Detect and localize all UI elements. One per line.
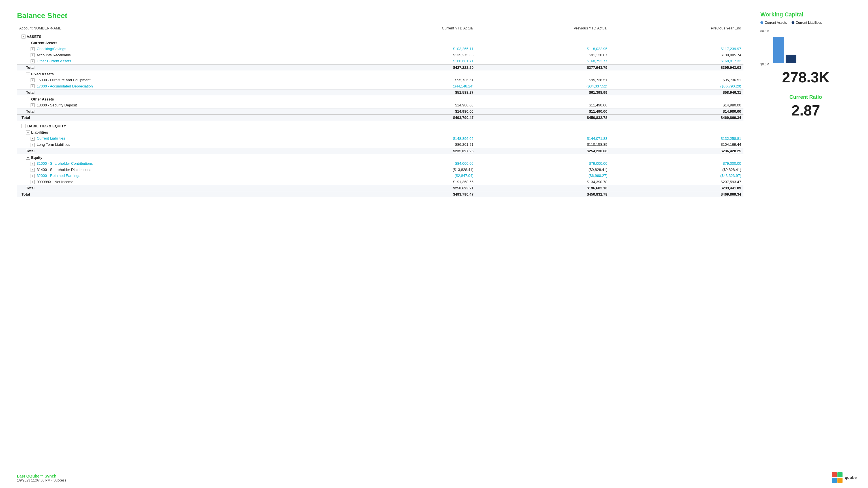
page-title: Balance Sheet [17,11,743,20]
liabilities-equity-collapse[interactable]: − LIABILITIES & EQUITY [22,124,66,128]
sd2-col2: ($9,828.41) [476,167,610,173]
expand-icon[interactable]: + [31,103,35,107]
col-account: Account NUMBER•NAME [17,25,342,32]
working-capital-panel: Working Capital Current Assets Current L… [761,11,851,477]
expand-icon[interactable]: + [31,53,35,57]
collapse-icon-oa[interactable]: − [26,97,30,101]
footer: Last QQube™ Synch 1/9/2023 11:07:36 PM -… [17,474,66,482]
legend-current-assets: Current Assets [761,21,787,25]
liabilities-equity-header-row: − LIABILITIES & EQUITY [17,121,743,129]
oca-col1: $188,681.71 [342,58,476,64]
checking-savings-link[interactable]: Checking/Savings [37,47,66,51]
shareholder-contributions-link[interactable]: 31000 · Shareholder Contributions [37,161,93,165]
table-row: + 32000 · Retained Earnings ($2,847.04) … [17,173,743,179]
li-total-col3: $236,428.25 [721,149,741,153]
assets-header-row: − ASSETS [17,32,743,39]
total-label: Total [26,186,35,190]
other-assets-label: Other Assets [31,97,54,101]
sc-col3: $79,000.00 [610,160,743,167]
cl-col2: $144,071.83 [476,135,610,142]
legend-ca-label: Current Assets [765,21,787,25]
qqube-logo: qqube [831,471,857,484]
legend-dot-cl [792,21,795,24]
equity-collapse[interactable]: − Equity [26,155,42,160]
assets-total-col2: $450,832.78 [587,116,607,120]
expand-icon[interactable]: + [31,79,35,82]
ar-col3: $109,885.74 [610,52,743,58]
table-row: + 17000 · Accumulated Depreciation ($44,… [17,83,743,89]
liabilities-label: Liabilities [31,130,48,134]
liabilities-equity-label: LIABILITIES & EQUITY [27,124,66,128]
oa-total-col3: $14,980.00 [723,109,741,114]
collapse-icon[interactable]: − [22,34,26,38]
svg-rect-2 [832,478,837,483]
collapse-icon-eq[interactable]: − [26,156,30,160]
expand-icon[interactable]: + [31,47,35,51]
ad-col3: ($36,790.20) [610,83,743,89]
fe-col2: $95,736.51 [476,77,610,83]
liabilities-collapse[interactable]: − Liabilities [26,130,48,134]
collapse-icon-li[interactable]: − [26,130,30,134]
current-ratio-title: Current Ratio [761,94,851,100]
bar-current-assets [773,37,784,63]
sync-detail: 1/9/2023 11:07:36 PM - Success [17,478,66,482]
fixed-assets-header-row: − Fixed Assets [17,70,743,77]
total-label: Total [26,90,35,95]
total-label: Total [22,192,30,196]
assets-grand-total-row: Total $493,790.47 $450,832.78 $469,869.3… [17,115,743,121]
eq-total-col3: $233,441.09 [721,186,741,190]
table-row: + Checking/Savings $103,265.11 $118,022.… [17,46,743,52]
current-liabilities-link[interactable]: Current Liabilities [37,136,65,141]
checking-col3: $117,239.97 [610,46,743,52]
sd-col2: $11,490.00 [476,102,610,109]
ca-total-col1: $427,222.20 [453,65,473,70]
col-previous-year: Previous Year End [610,25,743,32]
total-label: Total [22,116,30,120]
collapse-icon-le[interactable]: − [22,124,26,128]
accum-depreciation-link[interactable]: 17000 · Accumulated Depreciation [37,84,93,88]
expand-icon[interactable]: + [31,143,35,147]
le-grand-total-row: Total $493,790.47 $450,832.78 $469,869.3… [17,191,743,197]
re-col1: ($2,847.04) [342,173,476,179]
fa-total-col3: $58,946.31 [723,90,741,95]
current-assets-collapse[interactable]: − Current Assets [26,41,58,45]
qqube-cube-icon [831,471,843,484]
assets-label: ASSETS [27,34,41,39]
expand-icon[interactable]: + [31,59,35,63]
retained-earnings-link[interactable]: 32000 · Retained Earnings [37,174,81,178]
other-current-assets-link[interactable]: Other Current Assets [37,59,71,63]
other-assets-collapse[interactable]: − Other Assets [26,97,54,101]
li-total-col2: $254,230.68 [587,149,607,153]
ltl-col1: $86,201.21 [342,142,476,148]
collapse-icon-fa[interactable]: − [26,72,30,76]
chart-y-bottom: $0.0M [761,63,769,66]
expand-icon[interactable]: + [31,180,35,184]
expand-icon[interactable]: + [31,84,35,88]
accounts-receivable-link: Accounts Receivable [36,53,71,57]
eq-total-col1: $258,693.21 [453,186,473,190]
eq-total-col2: $196,602.10 [587,186,607,190]
net-income-link: 999999X · Net Income [37,180,73,184]
collapse-icon-ca[interactable]: − [26,41,30,45]
ad-col1: ($44,148.24) [342,83,476,89]
qqube-label: qqube [845,475,857,480]
shareholder-distributions-link: 31400 · Shareholder Distributions [37,167,91,172]
legend-cl-label: Current Liabilities [796,21,822,25]
ar-col2: $91,128.07 [476,52,610,58]
sd2-col3: ($9,828.41) [610,167,743,173]
furniture-equipment-link: 15000 · Furniture and Equipment [37,78,91,82]
ni-col2: $134,390.78 [476,179,610,185]
expand-icon[interactable]: + [31,162,35,166]
checking-col2: $118,022.95 [476,46,610,52]
le-total-col1: $493,790.47 [453,192,473,196]
fixed-assets-collapse[interactable]: − Fixed Assets [26,72,54,76]
expand-icon[interactable]: + [31,137,35,141]
total-label: Total [26,65,35,70]
working-capital-value: 278.3K [761,69,851,86]
long-term-liabilities-link: Long Term Liabilities [37,142,70,147]
expand-icon[interactable]: + [31,174,35,178]
equity-total-row: Total $258,693.21 $196,602.10 $233,441.0… [17,185,743,191]
expand-icon[interactable]: + [31,168,35,172]
assets-collapse[interactable]: − ASSETS [22,34,41,39]
current-assets-label: Current Assets [31,41,58,45]
